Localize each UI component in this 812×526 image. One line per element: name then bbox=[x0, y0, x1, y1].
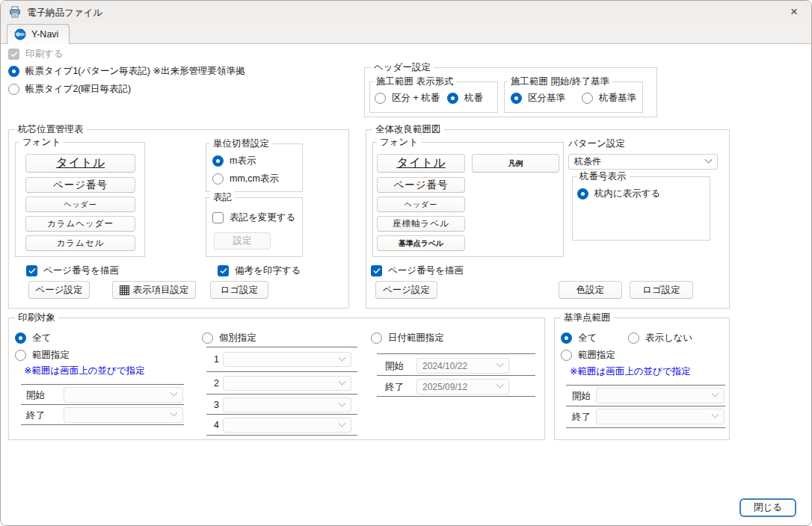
group-map-font: フォント タイトル 凡例 ページ番号 ヘッダー 座標軸ラベル 基準点ラベル bbox=[372, 142, 564, 257]
individual-1-combobox[interactable] bbox=[223, 352, 351, 367]
chevron-down-icon bbox=[339, 377, 346, 385]
unit-m-radio[interactable]: m表示 bbox=[212, 155, 256, 167]
font-legend-button[interactable]: 凡例 bbox=[472, 154, 559, 173]
separator bbox=[377, 396, 535, 397]
ref-range-radio[interactable]: 範囲指定 bbox=[561, 349, 615, 362]
radio-unselected-icon bbox=[561, 350, 572, 361]
separator bbox=[566, 385, 725, 386]
checkbox-checked-icon bbox=[26, 265, 37, 276]
print-range-radio[interactable]: 範囲指定 bbox=[15, 349, 70, 362]
print-checkbox[interactable]: 印刷する bbox=[8, 48, 64, 61]
group-title: 全体改良範囲図 bbox=[372, 123, 444, 136]
radio-label: 個別指定 bbox=[219, 332, 256, 344]
notation-change-checkbox[interactable]: 表記を変更する bbox=[212, 211, 295, 224]
group-title: 杭芯位置管理表 bbox=[15, 123, 87, 136]
print-date-range-radio[interactable]: 日付範囲指定 bbox=[371, 332, 444, 344]
separator bbox=[566, 406, 725, 406]
pile-draw-page-number-checkbox[interactable]: ページ番号を描画 bbox=[26, 264, 119, 277]
ref-start-combobox[interactable] bbox=[596, 388, 725, 403]
radio-selected-icon bbox=[511, 93, 522, 104]
pile-display-items-button[interactable]: 表示項目設定 bbox=[112, 281, 196, 299]
separator bbox=[206, 347, 357, 347]
display-format-kubun-kuiban-radio[interactable]: 区分 + 杭番 bbox=[375, 92, 440, 105]
print-individual-radio[interactable]: 個別指定 bbox=[202, 332, 256, 344]
button-label: 閉じる bbox=[754, 501, 782, 514]
radio-label: 範囲指定 bbox=[578, 349, 615, 362]
report-type2-radio[interactable]: 帳票タイプ2(曜日毎表記) bbox=[8, 83, 131, 96]
chevron-down-icon bbox=[705, 156, 713, 164]
font-page-number-button[interactable]: ページ番号 bbox=[25, 177, 135, 193]
chevron-down-icon bbox=[339, 399, 346, 406]
font-header-button[interactable]: ヘッダー bbox=[25, 197, 135, 212]
map-color-settings-button[interactable]: 色設定 bbox=[559, 281, 622, 299]
ref-end-combobox[interactable] bbox=[596, 409, 725, 424]
group-unit-switch: 単位切替設定 m表示 mm,cm表示 bbox=[206, 143, 303, 192]
separator bbox=[21, 424, 184, 425]
print-all-radio[interactable]: 全て bbox=[15, 332, 51, 344]
group-reference-range: 基準点範囲 全て 表示しない 範囲指定 ※範囲は画面上の並びで指定 開始 終了 bbox=[554, 318, 730, 440]
chevron-down-icon bbox=[339, 353, 346, 361]
pile-logo-settings-button[interactable]: ロゴ設定 bbox=[210, 281, 268, 299]
tab-y-navi[interactable]: Y-Navi bbox=[7, 24, 70, 44]
font-ref-point-label-button[interactable]: 基準点ラベル bbox=[377, 235, 465, 251]
group-print-target: 印刷対象 全て 範囲指定 ※範囲は画面上の並びで指定 開始 終了 個別指定 1 bbox=[8, 318, 545, 440]
close-dialog-button[interactable]: 閉じる bbox=[739, 498, 796, 517]
radio-unselected-icon bbox=[375, 93, 386, 104]
individual-3-combobox[interactable] bbox=[223, 397, 351, 412]
start-label: 開始 bbox=[385, 360, 404, 373]
pile-print-remarks-checkbox[interactable]: 備考を印字する bbox=[218, 264, 301, 277]
group-display-format: 施工範囲 表示形式 区分 + 杭番 杭番 bbox=[369, 81, 498, 113]
radio-unselected-icon bbox=[212, 173, 224, 185]
pile-page-settings-button[interactable]: ページ設定 bbox=[28, 281, 90, 299]
date-start-combobox[interactable]: 2024/10/22 bbox=[416, 358, 509, 374]
radio-selected-icon bbox=[447, 93, 458, 104]
map-draw-page-number-checkbox[interactable]: ページ番号を描画 bbox=[371, 264, 464, 277]
tab-strip bbox=[1, 23, 811, 44]
font-title-button[interactable]: タイトル bbox=[25, 154, 135, 173]
font-column-header-button[interactable]: カラムヘッダー bbox=[25, 216, 135, 232]
individual-2-combobox[interactable] bbox=[223, 376, 351, 391]
pattern-combobox[interactable]: 杭条件 bbox=[568, 154, 718, 170]
date-end-combobox[interactable]: 2025/09/12 bbox=[416, 379, 509, 394]
close-icon: × bbox=[790, 4, 798, 19]
display-format-kuiban-radio[interactable]: 杭番 bbox=[447, 92, 483, 105]
unit-mmcm-radio[interactable]: mm,cm表示 bbox=[212, 173, 279, 185]
ref-all-radio[interactable]: 全て bbox=[561, 332, 597, 344]
group-notation: 表記 表記を変更する 設定 bbox=[206, 197, 303, 257]
font-axis-label-button[interactable]: 座標軸ラベル bbox=[377, 216, 465, 232]
basis-kuiban-radio[interactable]: 杭番基準 bbox=[582, 92, 636, 105]
combo-value: 杭条件 bbox=[574, 155, 601, 168]
font-page-number-button[interactable]: ページ番号 bbox=[377, 177, 465, 193]
chevron-down-icon bbox=[712, 411, 719, 418]
radio-selected-icon bbox=[15, 332, 26, 344]
end-label: 終了 bbox=[26, 409, 45, 422]
group-title: フォント bbox=[19, 136, 64, 149]
separator bbox=[206, 414, 357, 415]
radio-label: 区分 + 杭番 bbox=[392, 92, 440, 105]
radio-selected-icon bbox=[8, 66, 19, 77]
radio-label: 杭番基準 bbox=[599, 92, 636, 105]
map-logo-settings-button[interactable]: ロゴ設定 bbox=[630, 281, 693, 299]
individual-4-combobox[interactable] bbox=[223, 418, 351, 433]
radio-label: 表示しない bbox=[645, 332, 692, 344]
pile-number-inside-radio[interactable]: 杭内に表示する bbox=[577, 188, 660, 200]
button-label: ロゴ設定 bbox=[642, 284, 680, 297]
button-label: タイトル bbox=[56, 155, 105, 171]
radio-unselected-icon bbox=[202, 332, 213, 344]
checkbox-label: ページ番号を描画 bbox=[388, 264, 464, 277]
notation-setting-button[interactable]: 設定 bbox=[214, 232, 271, 250]
button-label: 色設定 bbox=[576, 284, 605, 297]
button-label: ページ番号 bbox=[393, 179, 448, 192]
print-range-start-combobox[interactable] bbox=[64, 387, 183, 403]
radio-selected-icon bbox=[577, 188, 588, 199]
print-range-end-combobox[interactable] bbox=[64, 407, 183, 423]
font-header-button[interactable]: ヘッダー bbox=[377, 197, 465, 212]
window-close-button[interactable]: × bbox=[777, 1, 811, 23]
font-title-button[interactable]: タイトル bbox=[377, 154, 465, 173]
map-page-settings-button[interactable]: ページ設定 bbox=[375, 281, 437, 299]
ref-hide-radio[interactable]: 表示しない bbox=[628, 332, 692, 344]
basis-kubun-radio[interactable]: 区分基準 bbox=[511, 92, 565, 105]
group-title: 施工範囲 開始/終了基準 bbox=[508, 75, 612, 88]
font-column-cell-button[interactable]: カラムセル bbox=[25, 235, 135, 251]
report-type1-radio[interactable]: 帳票タイプ1(パターン毎表記) ※出来形管理要領準拠 bbox=[8, 65, 244, 78]
